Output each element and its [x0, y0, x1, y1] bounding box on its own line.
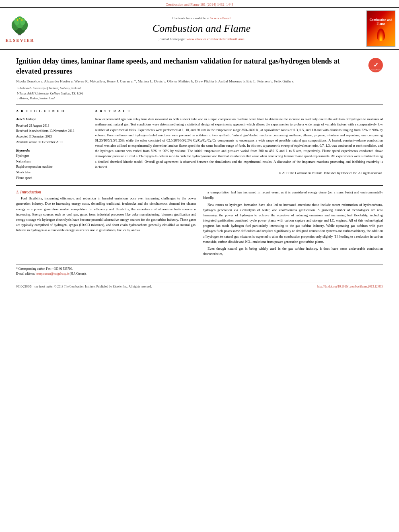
- journal-title: Combustion and Flame: [152, 23, 251, 35]
- elsevier-brand-name: ELSEVIER: [6, 38, 35, 43]
- abstract-label: A B S T R A C T: [95, 109, 383, 114]
- accepted-date: Accepted 3 December 2013: [16, 134, 88, 140]
- svg-point-8: [21, 19, 23, 21]
- crossmark-badge[interactable]: ✓ CrossMark: [368, 58, 383, 72]
- keyword-4: Shock tube: [16, 170, 88, 175]
- main-content: Ignition delay times, laminar flame spee…: [0, 50, 399, 295]
- abstract-col: A B S T R A C T New experimental ignitio…: [95, 109, 383, 181]
- journal-header: ELSEVIER Contents lists available at Sci…: [0, 7, 399, 50]
- footnote-area: * Corresponding author. Fax: +353 91 525…: [16, 265, 383, 276]
- body-section: 1. Introduction Fuel flexibility, increa…: [16, 190, 383, 258]
- revised-date: Received in revised form 13 November 201…: [16, 128, 88, 134]
- keyword-2: Natural gas: [16, 159, 88, 164]
- affiliation-b: b Texas A&M University, College Station,…: [16, 91, 364, 97]
- svg-point-5: [14, 18, 20, 25]
- article-history: Article history: Received 28 August 2013…: [16, 117, 88, 145]
- affiliation-c: c Alstom, Baden, Switzerland: [16, 96, 364, 101]
- affiliations: a National University of Ireland, Galway…: [16, 86, 364, 101]
- bottom-bar: 0010-2180/$ – see front matter © 2013 Th…: [16, 283, 383, 288]
- footnote-email-line: E-mail address: henry.curran@nuigalway.i…: [16, 271, 383, 276]
- email-label: E-mail address:: [16, 272, 35, 275]
- received-date: Received 28 August 2013: [16, 123, 88, 129]
- article-info-label: A R T I C L E I N F O: [16, 109, 88, 114]
- journal-header-center: Contents lists available at ScienceDirec…: [40, 8, 363, 49]
- citation-text: Combustion and Flame 161 (2014) 1432–144…: [166, 2, 234, 6]
- elsevier-tree-icon: [8, 15, 32, 37]
- svg-point-6: [20, 18, 25, 25]
- elsevier-logo-area: ELSEVIER: [0, 8, 40, 49]
- keywords-section: Keywords: Hydrogen Natural gas Rapid com…: [16, 149, 88, 181]
- affiliation-a: a National University of Ireland, Galway…: [16, 86, 364, 91]
- journal-homepage: journal homepage: www.elsevier.com/locat…: [158, 37, 244, 41]
- history-title: Article history:: [16, 117, 88, 122]
- svg-point-9: [19, 18, 21, 19]
- intro-para2: a transportation fuel has increased in r…: [203, 190, 383, 200]
- body-col-left: 1. Introduction Fuel flexibility, increa…: [16, 190, 196, 258]
- intro-para4: Even though natural gas is being widely …: [203, 246, 383, 257]
- body-col-right: a transportation fuel has increased in r…: [203, 190, 383, 258]
- sciencedirect-line: Contents lists available at ScienceDirec…: [173, 16, 231, 20]
- keywords-title: Keywords:: [16, 149, 88, 152]
- doi-area: http://dx.doi.org/10.1016/j.combustflame…: [317, 285, 383, 288]
- sciencedirect-link[interactable]: ScienceDirect: [210, 16, 230, 20]
- intro-para3: New routes to hydrogen formation have al…: [203, 202, 383, 244]
- intro-heading: 1. Introduction: [16, 190, 196, 194]
- article-info-col: A R T I C L E I N F O Article history: R…: [16, 109, 88, 181]
- journal-citation-header: Combustion and Flame 161 (2014) 1432–144…: [0, 0, 399, 7]
- abstract-text: New experimental ignition delay time dat…: [95, 117, 383, 170]
- journal-cover-title: Combustion and Flame: [367, 16, 395, 28]
- flame-icon: [377, 29, 385, 41]
- elsevier-logo: ELSEVIER: [6, 15, 35, 43]
- keyword-1: Hydrogen: [16, 153, 88, 159]
- copyright-line: © 2013 The Combustion Institute. Publish…: [95, 171, 383, 175]
- email-link[interactable]: henry.curran@nuigalway.ie: [36, 272, 69, 275]
- intro-heading-title: Introduction: [20, 190, 41, 194]
- journal-homepage-link[interactable]: www.elsevier.com/locate/combustflame: [187, 37, 245, 41]
- article-title-text: Ignition delay times, laminar flame spee…: [16, 56, 364, 101]
- intro-para1: Fuel flexibility, increasing efficiency,…: [16, 196, 196, 233]
- svg-text:✓: ✓: [373, 62, 378, 68]
- svg-point-7: [17, 19, 19, 21]
- authors-line: Nicola Donohoe a, Alexander Heufer a, Wa…: [16, 79, 364, 84]
- issn-line: 0010-2180/$ – see front matter © 2013 Th…: [16, 285, 152, 288]
- journal-cover-image: Combustion and Flame: [366, 10, 395, 47]
- svg-text:CrossMark: CrossMark: [371, 69, 381, 71]
- footnote-corresponding: * Corresponding author. Fax: +353 91 525…: [16, 267, 383, 271]
- keyword-5: Flame speed: [16, 175, 88, 181]
- article-title: Ignition delay times, laminar flame spee…: [16, 56, 364, 76]
- journal-cover-area: Combustion and Flame: [363, 8, 399, 49]
- available-date: Available online 30 December 2013: [16, 140, 88, 145]
- article-title-section: Ignition delay times, laminar flame spee…: [16, 56, 383, 105]
- info-abstract-section: A R T I C L E I N F O Article history: R…: [16, 109, 383, 181]
- doi-link[interactable]: http://dx.doi.org/10.1016/j.combustflame…: [317, 285, 383, 288]
- section-divider: [16, 185, 383, 186]
- email-suffix: (H.J. Curran).: [70, 272, 86, 275]
- keyword-3: Rapid compression machine: [16, 164, 88, 170]
